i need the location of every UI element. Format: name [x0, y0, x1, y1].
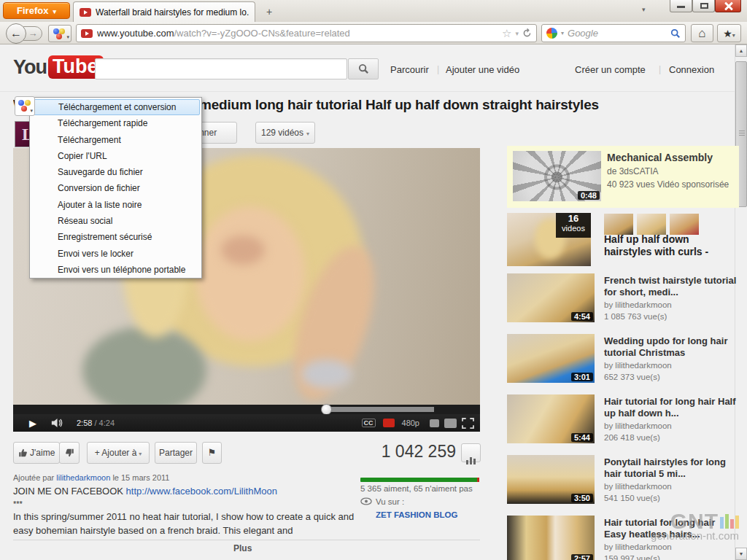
captions-button[interactable]: CC — [362, 419, 376, 427]
small-player-button[interactable] — [430, 419, 439, 427]
seen-on-link[interactable]: ZET FASHION BLOG — [376, 510, 457, 519]
uploader-link[interactable]: lilithedarkmoon — [56, 473, 110, 482]
maximize-icon — [700, 3, 708, 9]
playlist-videos-button[interactable]: 129 vidéos▾ — [255, 122, 315, 144]
youtube-logo-you: You — [13, 56, 47, 79]
related-title[interactable]: French twist hairstyle tutorial for shor… — [604, 275, 738, 298]
playlist-thumbnail[interactable]: 16 videos — [507, 213, 591, 266]
close-button[interactable] — [715, 0, 741, 12]
related-thumbnail[interactable]: 2:57 — [507, 516, 595, 560]
nav-signin[interactable]: Connexion — [669, 64, 714, 75]
nav-browse[interactable]: Parcourir — [390, 64, 429, 75]
seen-on-label: Vu sur : — [376, 497, 404, 506]
related-thumbnail[interactable]: 3:01 — [507, 334, 595, 383]
duration-badge: 2:57 — [571, 554, 593, 560]
url-bar[interactable]: www.youtube.com/watch?v=-yZgOOO-CNs&feat… — [76, 24, 537, 42]
menu-item-download[interactable]: Téléchargement — [31, 132, 200, 148]
downloadhelper-context-menu: Téléchargement et conversion Téléchargem… — [29, 97, 202, 279]
google-logo-icon — [546, 28, 557, 39]
home-button[interactable]: ⌂ — [691, 24, 713, 42]
playlist-mini-thumbnail[interactable] — [637, 214, 666, 235]
related-title[interactable]: Ponytail hairstyles for long hair tutori… — [604, 456, 738, 480]
add-to-button[interactable]: + Ajouter à▾ — [87, 442, 150, 464]
flag-button[interactable]: ⚑ — [202, 442, 222, 464]
nav-create-account[interactable]: Créer un compte — [575, 64, 646, 75]
facebook-text: JOIN ME ON FACEBOOK — [13, 486, 123, 497]
likes-text: 5 365 aiment, 65 n'aiment pas — [360, 484, 473, 493]
like-button[interactable]: J'aime — [13, 442, 60, 464]
back-button[interactable]: ← — [6, 23, 26, 44]
youtube-favicon-icon — [80, 8, 91, 17]
youtube-search-button[interactable] — [348, 58, 379, 79]
related-thumbnail[interactable]: 5:44 — [507, 394, 595, 443]
related-thumbnail[interactable]: 3:50 — [507, 455, 595, 504]
youtube-logo[interactable]: You Tube — [13, 55, 104, 79]
playlist-title[interactable]: Half up half down hairstyles with curls … — [604, 233, 737, 258]
related-views: 1 085 763 vue(s) — [604, 312, 667, 321]
history-dropdown-icon[interactable]: ▾ — [515, 30, 519, 37]
downloadhelper-toolbar-button[interactable]: ▾ — [48, 25, 71, 42]
bookmarks-button[interactable]: ★▾ — [717, 24, 741, 42]
maximize-button[interactable] — [692, 0, 715, 12]
sponsored-title[interactable]: Mechanical Assembly — [607, 152, 737, 163]
seek-handle[interactable] — [321, 404, 332, 415]
playlist-mini-thumbnail[interactable] — [604, 214, 633, 235]
chevron-down-icon: ▾ — [139, 451, 142, 457]
menu-item-social-network[interactable]: Réseau social — [31, 213, 200, 229]
minimize-button[interactable] — [670, 0, 692, 12]
nav-upload[interactable]: Ajouter une vidéo — [446, 64, 519, 75]
share-button[interactable]: Partager — [155, 442, 197, 464]
search-icon[interactable] — [670, 28, 681, 39]
related-thumbnail[interactable]: 4:54 — [507, 273, 595, 322]
firefox-menu-button[interactable]: Firefox▾ — [3, 2, 70, 19]
related-title[interactable]: Wedding updo for long hair tutorial Chri… — [604, 335, 738, 359]
scroll-down-icon[interactable]: ▼ — [735, 548, 747, 560]
related-title[interactable]: Hair tutorial for long hair Easy heatles… — [604, 517, 738, 540]
related-title[interactable]: Hair tutorial for long hair Half up half… — [604, 396, 738, 419]
new-tab-button[interactable]: + — [260, 6, 279, 19]
menu-item-blacklist[interactable]: Ajouter à la liste noire — [31, 197, 200, 213]
facebook-link[interactable]: http://www.facebook.com/LilithMoon — [126, 486, 277, 497]
add-to-label: + Ajouter à — [95, 448, 137, 458]
chevron-down-icon: ▾ — [732, 32, 735, 39]
menu-item-send-mobile[interactable]: Envoi vers un téléphone portable — [31, 262, 200, 278]
time-current: 2:58 — [77, 419, 92, 427]
play-icon[interactable]: ▶ — [29, 418, 36, 429]
related-views: 159 997 vue(s) — [604, 554, 660, 560]
dislike-button[interactable] — [59, 442, 80, 464]
youtube-search-input[interactable] — [95, 58, 347, 79]
menu-item-copy-url[interactable]: Copier l'URL — [31, 148, 200, 164]
statistics-button[interactable] — [461, 443, 481, 462]
downloadhelper-page-button[interactable]: ▾ — [15, 96, 35, 116]
tab-active[interactable]: Waterfall braid hairstyles for medium lo… — [73, 1, 255, 22]
menu-item-send-locker[interactable]: Envoi vers le locker — [31, 246, 200, 262]
sponsored-thumbnail[interactable]: 0:48 — [513, 151, 601, 201]
reload-icon[interactable] — [522, 28, 532, 38]
menu-item-save-file[interactable]: Sauvegarde du fichier — [31, 164, 200, 180]
playlist-mini-thumbnail[interactable] — [670, 214, 699, 235]
chevron-down-icon: ▾ — [66, 34, 69, 40]
bookmark-star-icon[interactable]: ☆ — [502, 27, 511, 40]
search-engine-dropdown-icon[interactable]: ▾ — [561, 30, 564, 36]
player-controls: ▶ 2:58 / 4:24 CC 480p — [13, 414, 480, 432]
google-search-box[interactable]: ▾ Google — [541, 24, 686, 42]
menu-item-quick-download[interactable]: Téléchargement rapide — [31, 115, 200, 131]
time-total: / 4:24 — [94, 419, 115, 427]
minimize-icon — [677, 6, 685, 8]
menu-item-download-convert[interactable]: Téléchargement et conversion — [31, 99, 200, 115]
fullscreen-icon[interactable] — [462, 418, 474, 429]
sponsored-view-count: 40 923 vues — [607, 179, 654, 190]
list-all-tabs-icon[interactable]: ▾ — [642, 6, 646, 13]
related-author: by lilithedarkmoon — [604, 361, 672, 370]
volume-icon[interactable] — [51, 418, 63, 428]
menu-item-convert-file[interactable]: Conversion de fichier — [31, 180, 200, 196]
menu-item-secure-recording[interactable]: Enregistrement sécurisé — [31, 229, 200, 245]
seek-bar[interactable] — [13, 405, 480, 414]
wide-player-button[interactable] — [444, 419, 457, 428]
chevron-down-icon: ▾ — [30, 108, 33, 114]
annotations-icon[interactable] — [383, 419, 395, 427]
description-stars: *** — [13, 499, 23, 508]
scroll-up-icon[interactable]: ▲ — [735, 44, 747, 57]
quality-button[interactable]: 480p — [402, 419, 419, 427]
show-more-button[interactable]: Plus — [233, 543, 252, 553]
